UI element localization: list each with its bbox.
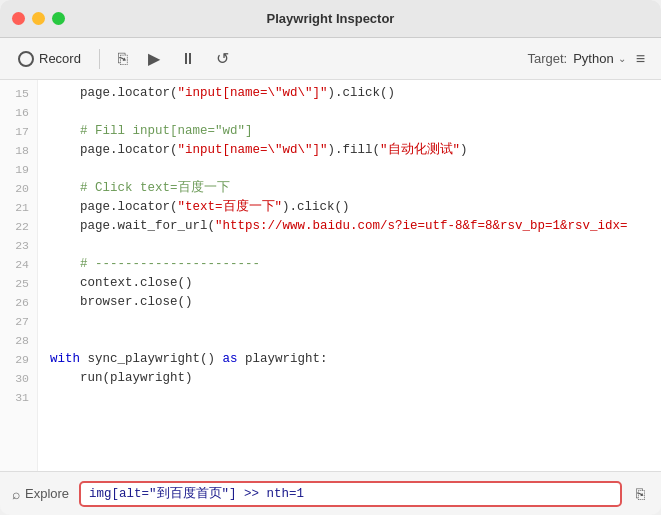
line-num-29: 29 <box>0 350 37 369</box>
line-num-26: 26 <box>0 293 37 312</box>
record-button[interactable]: Record <box>12 47 87 71</box>
title-bar: Playwright Inspector <box>0 0 661 38</box>
traffic-lights <box>12 12 65 25</box>
line-num-15: 15 <box>0 84 37 103</box>
play-icon: ▶ <box>148 49 160 68</box>
line-num-31: 31 <box>0 388 37 407</box>
line-num-19: 19 <box>0 160 37 179</box>
target-label: Target: <box>527 51 567 66</box>
line-num-30: 30 <box>0 369 37 388</box>
line-num-23: 23 <box>0 236 37 255</box>
line-num-20: 20 <box>0 179 37 198</box>
code-line-15: page.locator("input[name=\"wd\"]").click… <box>50 84 649 103</box>
explore-icon: ⌕ <box>12 486 20 502</box>
reload-icon: ↺ <box>216 49 229 68</box>
code-line-18: page.locator("input[name=\"wd\"]").fill(… <box>50 141 649 160</box>
code-line-23 <box>50 236 649 255</box>
line-num-17: 17 <box>0 122 37 141</box>
code-lines: page.locator("input[name=\"wd\"]").click… <box>38 80 661 471</box>
code-content: 15 16 17 18 19 20 21 22 23 24 25 26 27 2… <box>0 80 661 471</box>
code-area: 15 16 17 18 19 20 21 22 23 24 25 26 27 2… <box>0 80 661 471</box>
record-icon <box>18 51 34 67</box>
pause-icon: ⏸ <box>180 50 196 68</box>
line-num-22: 22 <box>0 217 37 236</box>
record-label: Record <box>39 51 81 66</box>
copy-explore-button[interactable]: ⎘ <box>632 481 649 506</box>
code-line-22: page.wait_for_url("https://www.baidu.com… <box>50 217 649 236</box>
line-num-24: 24 <box>0 255 37 274</box>
maximize-button[interactable] <box>52 12 65 25</box>
toolbar: Record ⎘ ▶ ⏸ ↺ Target: Python ⌄ ≡ <box>0 38 661 80</box>
line-num-21: 21 <box>0 198 37 217</box>
line-num-27: 27 <box>0 312 37 331</box>
line-num-28: 28 <box>0 331 37 350</box>
code-line-16 <box>50 103 649 122</box>
pause-button[interactable]: ⏸ <box>174 46 202 72</box>
code-line-17: # Fill input[name="wd"] <box>50 122 649 141</box>
code-line-28 <box>50 331 649 350</box>
copy-toolbar-button[interactable]: ⎘ <box>112 46 134 72</box>
toolbar-left: Record ⎘ ▶ ⏸ ↺ <box>12 45 519 72</box>
code-line-19 <box>50 160 649 179</box>
explore-label: ⌕ Explore <box>12 486 69 502</box>
copy-explore-icon: ⎘ <box>636 485 645 502</box>
play-button[interactable]: ▶ <box>142 45 166 72</box>
line-num-16: 16 <box>0 103 37 122</box>
chevron-down-icon: ⌄ <box>618 53 626 64</box>
code-line-21: page.locator("text=百度一下").click() <box>50 198 649 217</box>
toolbar-separator-1 <box>99 49 100 69</box>
close-button[interactable] <box>12 12 25 25</box>
window-title: Playwright Inspector <box>267 11 395 26</box>
line-num-25: 25 <box>0 274 37 293</box>
code-line-20: # Click text=百度一下 <box>50 179 649 198</box>
explore-bar: ⌕ Explore ⎘ <box>0 471 661 515</box>
target-dropdown[interactable]: Python ⌄ <box>573 51 625 66</box>
code-line-31 <box>50 388 649 407</box>
explore-input[interactable] <box>89 487 612 501</box>
code-line-29: with sync_playwright() as playwright: <box>50 350 649 369</box>
code-line-27 <box>50 312 649 331</box>
explore-text: Explore <box>25 486 69 501</box>
line-numbers: 15 16 17 18 19 20 21 22 23 24 25 26 27 2… <box>0 80 38 471</box>
explore-input-wrapper[interactable] <box>79 481 622 507</box>
hamburger-icon: ≡ <box>636 50 645 67</box>
line-num-18: 18 <box>0 141 37 160</box>
target-value: Python <box>573 51 613 66</box>
menu-button[interactable]: ≡ <box>632 46 649 72</box>
code-line-24: # ---------------------- <box>50 255 649 274</box>
minimize-button[interactable] <box>32 12 45 25</box>
reload-button[interactable]: ↺ <box>210 45 235 72</box>
toolbar-right: Target: Python ⌄ ≡ <box>527 46 649 72</box>
copy-toolbar-icon: ⎘ <box>118 50 128 68</box>
code-line-25: context.close() <box>50 274 649 293</box>
code-line-26: browser.close() <box>50 293 649 312</box>
code-line-30: run(playwright) <box>50 369 649 388</box>
